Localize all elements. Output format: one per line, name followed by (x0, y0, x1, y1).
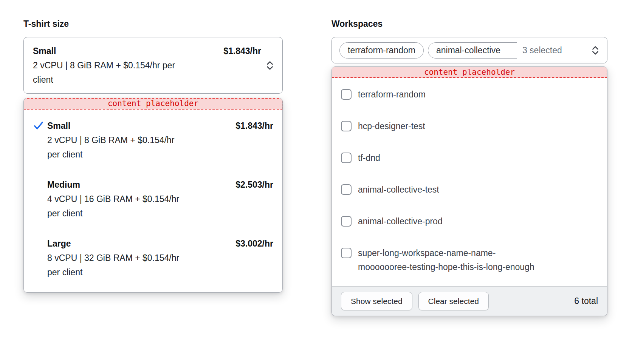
option-price: $1.843/hr (235, 119, 273, 133)
option-title: Large (47, 236, 235, 251)
workspace-checkbox[interactable] (341, 248, 352, 258)
total-count: 6 total (574, 296, 598, 306)
sort-chevrons-icon (266, 60, 274, 71)
selected-count: 3 selected (522, 45, 562, 56)
workspace-checkbox[interactable] (341, 153, 352, 163)
tshirt-size-select-trigger[interactable]: Small $1.843/hr 2 vCPU | 8 GiB RAM + $0.… (23, 37, 283, 94)
workspace-checkbox[interactable] (341, 184, 352, 195)
check-placeholder (33, 177, 47, 180)
show-selected-button[interactable]: Show selected (341, 292, 412, 310)
option-price: $3.002/hr (235, 236, 273, 251)
workspace-name: terraform-random (358, 88, 426, 102)
tshirt-size-options: Small 2 vCPU | 8 GiB RAM + $0.154/hr per… (24, 110, 282, 292)
sort-chevrons-icon (591, 45, 599, 56)
page: T-shirt size Small $1.843/hr 2 vCPU | 8 … (0, 0, 632, 364)
check-icon (33, 119, 47, 132)
option-title: Medium (47, 177, 235, 192)
workspace-name: animal-collective-prod (358, 214, 443, 228)
workspace-checkbox[interactable] (341, 216, 352, 227)
tshirt-size-label: T-shirt size (23, 19, 283, 29)
workspaces-select-trigger[interactable]: terraform-random animal-collective 3 sel… (331, 37, 607, 63)
workspace-row[interactable]: animal-collective-prod (341, 214, 598, 228)
workspace-checkbox[interactable] (341, 121, 352, 131)
option-small[interactable]: Small 2 vCPU | 8 GiB RAM + $0.154/hr per… (33, 119, 273, 162)
tag-terraform-random[interactable]: terraform-random (339, 42, 424, 59)
workspace-name: animal-collective-test (358, 183, 439, 197)
listbox-footer: Show selected Clear selected 6 total (332, 286, 607, 316)
workspaces-options: terraform-random hcp-designer-test tf-dn… (332, 78, 607, 286)
workspaces-section: Workspaces terraform-random animal-colle… (331, 19, 607, 316)
clear-selected-button[interactable]: Clear selected (418, 292, 489, 310)
workspace-row[interactable]: tf-dnd (341, 151, 598, 165)
option-medium[interactable]: Medium 4 vCPU | 16 GiB RAM + $0.154/hr p… (33, 177, 273, 221)
content-placeholder-banner: content placeholder (23, 98, 283, 110)
tag-animal-collective[interactable]: animal-collective (428, 42, 517, 59)
option-description: 8 vCPU | 32 GiB RAM + $0.154/hr per clie… (47, 251, 180, 279)
workspace-name: tf-dnd (358, 151, 380, 165)
workspace-name-line: super-long-workspace-name-name- (358, 246, 534, 260)
option-title: Small (47, 119, 235, 133)
workspace-row[interactable]: terraform-random (341, 88, 598, 102)
selected-option-title: Small (33, 44, 56, 58)
workspace-checkbox[interactable] (341, 89, 352, 100)
option-price: $2.503/hr (235, 177, 273, 192)
workspace-row[interactable]: hcp-designer-test (341, 119, 598, 133)
selected-option: Small $1.843/hr 2 vCPU | 8 GiB RAM + $0.… (33, 44, 261, 87)
tshirt-size-listbox: content placeholder Small 2 vCPU | 8 GiB… (23, 98, 283, 293)
option-description: 4 vCPU | 16 GiB RAM + $0.154/hr per clie… (47, 192, 180, 221)
workspace-name: hcp-designer-test (358, 119, 425, 133)
tshirt-size-section: T-shirt size Small $1.843/hr 2 vCPU | 8 … (23, 19, 283, 293)
selected-option-price: $1.843/hr (223, 44, 261, 58)
workspace-name: super-long-workspace-name-name-moooooore… (358, 246, 534, 274)
workspace-name-line: mooooooree-testing-hope-this-is-long-eno… (358, 260, 534, 274)
workspace-row[interactable]: super-long-workspace-name-name-moooooore… (341, 246, 598, 274)
workspaces-label: Workspaces (331, 19, 607, 29)
workspace-row[interactable]: animal-collective-test (341, 183, 598, 197)
content-placeholder-banner: content placeholder (331, 66, 607, 78)
selected-option-description: 2 vCPU | 8 GiB RAM + $0.154/hr per clien… (33, 58, 190, 87)
option-description: 2 vCPU | 8 GiB RAM + $0.154/hr per clien… (47, 133, 180, 162)
workspaces-listbox: content placeholder terraform-random hcp… (331, 66, 607, 316)
option-large[interactable]: Large 8 vCPU | 32 GiB RAM + $0.154/hr pe… (33, 236, 273, 279)
check-placeholder (33, 236, 47, 239)
